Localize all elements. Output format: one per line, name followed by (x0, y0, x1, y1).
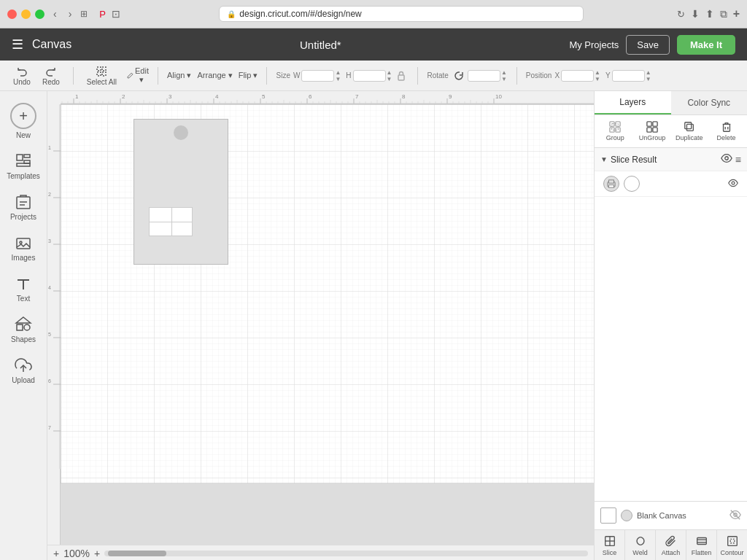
minimize-traffic-light[interactable] (21, 9, 31, 19)
width-up-button[interactable]: ▲ (334, 69, 341, 76)
bookmark-icon[interactable]: ⊡ (112, 8, 120, 20)
sidebar-item-shapes[interactable]: Shapes (3, 310, 44, 349)
document-title[interactable]: Untitled* (71, 39, 569, 51)
rotate-input[interactable] (468, 70, 500, 82)
slice-result-visibility-button[interactable] (721, 152, 732, 166)
sidebar-item-new[interactable]: + New (3, 97, 44, 145)
new-tab-icon[interactable]: + (733, 7, 740, 20)
canvas-area: 12345678910 1234567 (47, 91, 594, 560)
svg-text:5: 5 (262, 93, 266, 100)
redo-button[interactable]: Redo (38, 64, 64, 88)
zoom-out-button[interactable]: + (53, 548, 59, 559)
share-icon[interactable]: ⬆ (705, 8, 714, 20)
svg-rect-142 (653, 128, 657, 132)
canvas-shape-inner[interactable] (149, 207, 193, 236)
width-down-button[interactable]: ▼ (334, 76, 341, 82)
panel-tabs: Layers Color Sync (595, 91, 747, 115)
width-input[interactable] (301, 70, 334, 82)
slice-result-menu-button[interactable]: ≡ (735, 154, 741, 166)
x-down-button[interactable]: ▼ (594, 76, 601, 82)
my-projects-button[interactable]: My Projects (569, 39, 619, 50)
rotate-icon-button[interactable] (452, 69, 466, 83)
horizontal-scrollbar[interactable] (104, 551, 588, 556)
reload-button[interactable]: ↻ (677, 9, 685, 20)
back-button[interactable]: ‹ (50, 7, 60, 21)
group-button[interactable]: Group (597, 118, 633, 144)
rotate-up-button[interactable]: ▲ (500, 69, 508, 76)
lock-ratio-button[interactable] (394, 69, 409, 83)
zoom-level-display[interactable]: 100% (63, 548, 90, 559)
tab-color-sync[interactable]: Color Sync (671, 91, 748, 114)
svg-text:1: 1 (75, 93, 79, 100)
svg-text:3: 3 (48, 238, 51, 244)
arrange-dropdown[interactable]: Arrange ▾ (198, 71, 233, 80)
attach-button[interactable]: Attach (656, 530, 686, 560)
delete-button[interactable]: Delete (708, 118, 744, 144)
y-up-button[interactable]: ▲ (645, 69, 652, 76)
download-icon[interactable]: ⬇ (691, 8, 700, 20)
height-input-group: ▲ ▼ (353, 69, 393, 82)
flatten-button[interactable]: Flatten (686, 530, 717, 560)
zoom-in-button[interactable]: + (94, 548, 100, 559)
sidebar-item-templates[interactable]: Templates (3, 147, 44, 186)
height-up-button[interactable]: ▲ (386, 69, 393, 76)
hamburger-menu[interactable]: ☰ (12, 36, 23, 52)
svg-rect-140 (653, 122, 657, 126)
svg-rect-20 (61, 91, 594, 104)
layer-actions-bar: Group UnGroup Duplicate (595, 115, 747, 148)
duplicate-button[interactable]: Duplicate (672, 118, 708, 144)
canvas-shape-main[interactable] (133, 119, 228, 265)
slice-button[interactable]: Slice (595, 530, 625, 560)
svg-text:10: 10 (495, 93, 502, 100)
layer-swatch-print[interactable] (603, 176, 619, 192)
blank-canvas-circle[interactable] (621, 510, 632, 521)
svg-rect-139 (647, 122, 651, 126)
duplicate-tab-icon[interactable]: ⧉ (720, 8, 727, 20)
ruler-top: 12345678910 (61, 91, 594, 104)
separator-4 (417, 67, 418, 85)
ruler-top-svg: 12345678910 (61, 91, 594, 104)
height-down-button[interactable]: ▼ (386, 76, 393, 82)
svg-point-152 (732, 182, 735, 184)
shape-circle-indicator (174, 125, 188, 140)
height-input[interactable] (353, 70, 386, 82)
sidebar-item-upload[interactable]: Upload (3, 351, 44, 390)
close-traffic-light[interactable] (7, 9, 17, 19)
blank-canvas-swatch[interactable] (600, 508, 616, 524)
new-circle-button[interactable]: + (10, 103, 36, 129)
y-input[interactable] (612, 70, 645, 82)
blank-canvas-visibility-button[interactable] (729, 509, 741, 523)
duplicate-icon (684, 121, 695, 133)
rotate-down-button[interactable]: ▼ (500, 76, 508, 82)
address-bar[interactable]: 🔒 design.cricut.com/#/design/new (219, 6, 584, 22)
weld-button[interactable]: Weld (625, 530, 656, 560)
pinterest-icon[interactable]: P (99, 9, 106, 20)
sidebar-item-projects[interactable]: Projects (3, 187, 44, 227)
right-panel: Layers Color Sync Group (594, 91, 747, 560)
canvas-surface[interactable] (61, 104, 594, 483)
sidebar-toggle-button[interactable]: ⊞ (80, 9, 88, 19)
select-all-button[interactable]: Select All (82, 64, 121, 88)
app-title: Canvas (32, 38, 71, 51)
tab-layers[interactable]: Layers (595, 91, 671, 114)
ungroup-button[interactable]: UnGroup (635, 118, 670, 144)
contour-button[interactable]: Contour (717, 530, 747, 560)
y-down-button[interactable]: ▼ (645, 76, 652, 82)
sidebar-item-images[interactable]: Images (3, 228, 44, 268)
x-up-button[interactable]: ▲ (594, 69, 601, 76)
sidebar-item-text[interactable]: Text (3, 269, 44, 308)
x-input[interactable] (561, 70, 594, 82)
make-it-button[interactable]: Make It (677, 35, 735, 55)
align-dropdown[interactable]: Align ▾ (167, 71, 192, 80)
flip-dropdown[interactable]: Flip ▾ (239, 71, 258, 80)
canvas-wrapper[interactable] (61, 104, 594, 545)
forward-button[interactable]: › (66, 7, 75, 21)
edit-dropdown[interactable]: Edit ▾ (127, 66, 149, 85)
layer-swatch-circle[interactable] (624, 176, 640, 192)
save-button[interactable]: Save (626, 35, 670, 55)
undo-button[interactable]: Undo (9, 64, 35, 88)
main-content: + New Templates Projects (0, 91, 747, 560)
layer-group-expand-arrow[interactable]: ▼ (600, 155, 608, 163)
fullscreen-traffic-light[interactable] (35, 9, 44, 19)
layer-item-visibility-button[interactable] (728, 178, 738, 190)
